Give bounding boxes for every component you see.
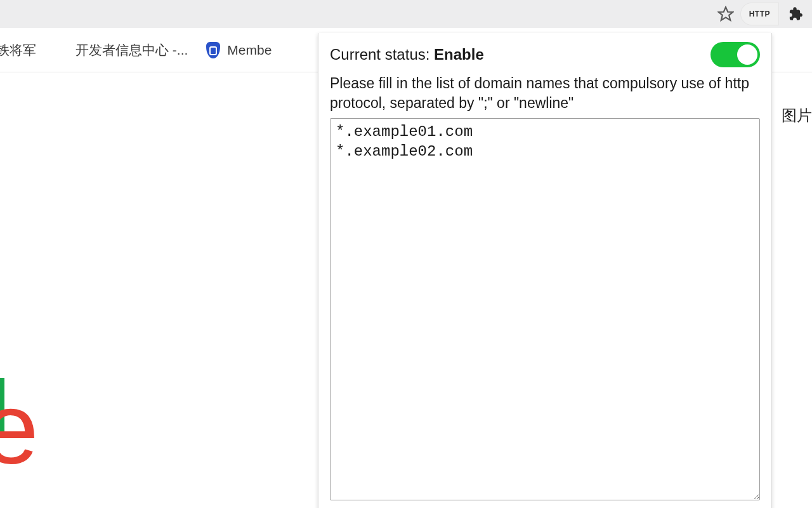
- page-nav-text[interactable]: 图片: [782, 105, 812, 126]
- google-logo-fragment-e: e: [0, 377, 39, 479]
- bookmark-label: Membe: [227, 43, 272, 58]
- toggle-knob: [737, 44, 757, 65]
- domain-list-textarea[interactable]: [330, 118, 760, 500]
- google-g-icon: [54, 43, 69, 58]
- popup-description: Please fill in the list of domain names …: [330, 74, 760, 113]
- shield-icon: [206, 43, 221, 58]
- popup-status-value: Enable: [434, 46, 484, 63]
- extension-popup: Current status: Enable Please fill in th…: [318, 33, 772, 508]
- popup-header: Current status: Enable: [330, 42, 760, 67]
- bookmark-star-icon[interactable]: [716, 4, 735, 23]
- address-bar-strip: HTTP: [0, 0, 812, 28]
- svg-marker-0: [718, 7, 733, 20]
- bookmark-item[interactable]: 开发者信息中心 -...: [54, 41, 188, 59]
- extension-button[interactable]: HTTP: [740, 3, 779, 25]
- popup-status-prefix: Current status:: [330, 46, 434, 63]
- extensions-menu-icon[interactable]: [784, 3, 806, 25]
- bookmark-label: 开发者信息中心 -...: [75, 41, 188, 59]
- bookmark-item[interactable]: 铁将军: [0, 41, 36, 59]
- popup-status-title: Current status: Enable: [330, 46, 484, 64]
- bookmark-item[interactable]: Membe: [206, 43, 272, 58]
- enable-toggle[interactable]: [710, 42, 760, 67]
- extension-button-label: HTTP: [749, 10, 770, 18]
- bookmark-label: 铁将军: [0, 41, 36, 59]
